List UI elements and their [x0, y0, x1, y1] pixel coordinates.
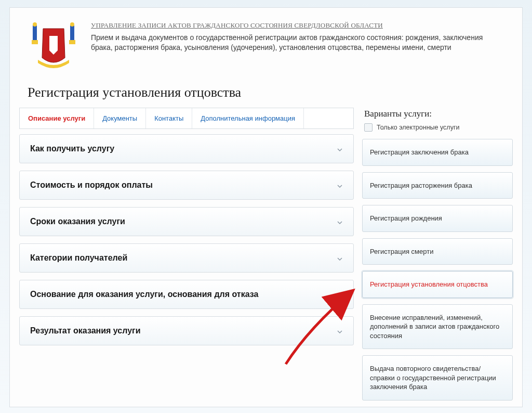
svg-point-3 — [70, 22, 74, 27]
variant-paternity-registration[interactable]: Регистрация установления отцовства — [362, 271, 513, 298]
accordion-item-cost[interactable]: Стоимость и порядок оплаты — [19, 171, 354, 200]
tab-contacts[interactable]: Контакты — [146, 108, 192, 128]
variant-marriage-registration[interactable]: Регистрация заключения брака — [362, 139, 513, 166]
coat-of-arms-icon — [28, 21, 79, 69]
svg-rect-1 — [70, 25, 74, 40]
accordion-label: Как получить услугу — [30, 144, 114, 153]
page-title: Регистрация установления отцовства — [10, 73, 522, 108]
chevron-down-icon — [337, 328, 343, 334]
chevron-down-icon — [337, 255, 343, 261]
svg-rect-4 — [32, 40, 38, 44]
org-description: Прием и выдача документов о государствен… — [91, 33, 494, 53]
accordion: Как получить услугу Стоимость и порядок … — [19, 134, 354, 345]
accordion-item-result[interactable]: Результат оказания услуги — [19, 316, 354, 345]
chevron-down-icon — [337, 218, 343, 225]
filter-label: Только электронные услуги — [377, 124, 459, 131]
accordion-label: Категории получателей — [30, 253, 127, 263]
variant-birth-registration[interactable]: Регистрация рождения — [362, 205, 513, 232]
accordion-item-basis[interactable]: Основание для оказания услуги, основания… — [19, 280, 354, 309]
checkbox-icon[interactable] — [364, 123, 373, 132]
tab-description[interactable]: Описание услуги — [20, 108, 94, 128]
accordion-label: Стоимость и порядок оплаты — [30, 180, 153, 190]
accordion-label: Основание для оказания услуги, основания… — [30, 290, 258, 299]
svg-rect-5 — [69, 40, 75, 44]
svg-point-2 — [33, 22, 37, 27]
org-title-link[interactable]: УПРАВЛЕНИЕ ЗАПИСИ АКТОВ ГРАЖДАНСКОГО СОС… — [91, 21, 494, 30]
electronic-only-filter[interactable]: Только электронные услуги — [362, 123, 513, 139]
tab-bar: Описание услуги Документы Контакты Допол… — [19, 108, 354, 129]
svg-rect-0 — [33, 25, 37, 40]
variant-death-registration[interactable]: Регистрация смерти — [362, 238, 513, 265]
chevron-down-icon — [337, 182, 343, 188]
tab-documents[interactable]: Документы — [94, 108, 146, 128]
tab-additional-info[interactable]: Дополнительная информация — [192, 108, 304, 128]
accordion-item-how-to-get[interactable]: Как получить услугу — [19, 134, 354, 163]
chevron-down-icon — [337, 146, 343, 152]
main-column: Описание услуги Документы Контакты Допол… — [19, 108, 354, 407]
variant-divorce-registration[interactable]: Регистрация расторжения брака — [362, 172, 513, 199]
variant-duplicate-certificate[interactable]: Выдача повторного свидетельства/справки … — [362, 355, 513, 401]
accordion-item-categories[interactable]: Категории получателей — [19, 243, 354, 273]
page-header: УПРАВЛЕНИЕ ЗАПИСИ АКТОВ ГРАЖДАНСКОГО СОС… — [10, 8, 522, 73]
sidebar: Варианты услуги: Только электронные услу… — [362, 108, 513, 407]
variant-corrections[interactable]: Внесение исправлений, изменений, дополне… — [362, 304, 513, 350]
sidebar-title: Варианты услуги: — [362, 108, 513, 123]
chevron-down-icon — [337, 291, 343, 298]
accordion-label: Результат оказания услуги — [30, 326, 141, 335]
accordion-item-timeframe[interactable]: Сроки оказания услуги — [19, 207, 354, 236]
accordion-label: Сроки оказания услуги — [30, 217, 125, 226]
